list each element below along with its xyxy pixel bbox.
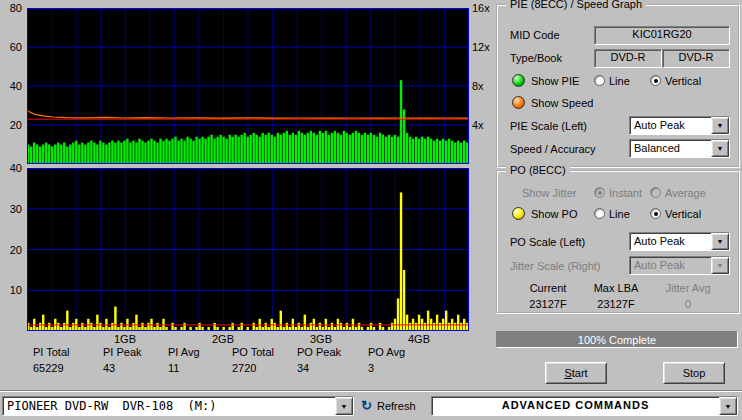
jitter-instant-label: Instant (609, 187, 642, 199)
advanced-commands-selector[interactable]: ADVANCED COMMANDS ▼ (431, 396, 738, 416)
jitter-scale-select: Auto Peak ▼ (629, 256, 730, 275)
stat-value: 11 (168, 362, 226, 374)
pie-group-title: PIE (8ECC) / Speed Graph (506, 0, 646, 10)
po-scale-value: Auto Peak (630, 233, 711, 250)
type-book-value-1: DVD-R (594, 49, 662, 68)
pie-scale-value: Auto Peak (630, 117, 711, 134)
stat-value: 65229 (33, 362, 97, 374)
pie-scale-label: PIE Scale (Left) (510, 120, 587, 132)
po-group-title: PO (8ECC) (506, 164, 570, 176)
po-vertical-radio[interactable] (650, 208, 661, 219)
stat-label: PO Avg (368, 346, 426, 358)
stat-label: PI Total (33, 346, 97, 358)
po-axis-tick: 10 (0, 284, 22, 296)
show-po-label[interactable]: Show PO (531, 208, 577, 220)
max-lba-label: Max LBA (584, 282, 648, 294)
stat-po-avg: PO Avg 3 (368, 346, 426, 374)
chevron-down-icon[interactable]: ▼ (711, 233, 729, 250)
speed-accuracy-select[interactable]: Balanced ▼ (629, 139, 730, 158)
show-jitter-label: Show Jitter (522, 187, 576, 199)
progress-text: 100% Complete (578, 334, 656, 346)
pie-line-label[interactable]: Line (609, 75, 630, 87)
stat-label: PO Total (232, 346, 292, 358)
current-lba: Current 23127F (516, 282, 580, 310)
jitter-instant-radio (594, 187, 605, 198)
po-axis-tick: 40 (0, 162, 22, 174)
stat-pi-avg: PI Avg 11 (168, 346, 226, 374)
pie-axis-tick: 40 (0, 80, 22, 92)
stop-button[interactable]: Stop (663, 362, 725, 384)
stat-label: PI Peak (103, 346, 163, 358)
jitter-avg: Jitter Avg 0 (656, 282, 720, 310)
jitter-scale-value: Auto Peak (630, 257, 711, 274)
refresh-icon[interactable]: ↻ (361, 398, 372, 413)
show-pie-label[interactable]: Show PIE (531, 75, 579, 87)
pie-vertical-label[interactable]: Vertical (665, 75, 701, 87)
po-scale-label: PO Scale (Left) (510, 236, 585, 248)
stat-pi-peak: PI Peak 43 (103, 346, 163, 374)
speed-legend-icon (512, 96, 525, 109)
po-line-radio[interactable] (594, 208, 605, 219)
bottom-separator (0, 390, 742, 392)
jitter-scale-label: Jitter Scale (Right) (510, 260, 600, 272)
x-axis-tick: 4GB (399, 333, 439, 345)
mid-code-label: MID Code (510, 29, 560, 41)
current-label: Current (516, 282, 580, 294)
po-line-label[interactable]: Line (609, 208, 630, 220)
jitter-average-label: Average (665, 187, 706, 199)
stat-value: 3 (368, 362, 426, 374)
po-scale-select[interactable]: Auto Peak ▼ (629, 232, 730, 251)
chevron-down-icon[interactable]: ▼ (711, 140, 729, 157)
chevron-down-icon[interactable]: ▼ (711, 117, 729, 134)
stat-pi-total: PI Total 65229 (33, 346, 97, 374)
po-axis-tick: 30 (0, 203, 22, 215)
pie-speed-graph (27, 8, 469, 164)
speed-accuracy-value: Balanced (630, 140, 711, 157)
mid-code-value: KIC01RG20 (594, 26, 730, 45)
chevron-down-icon[interactable]: ▼ (719, 397, 737, 415)
current-value: 23127F (516, 298, 580, 310)
start-button-label: Start (564, 367, 587, 379)
advanced-commands-value: ADVANCED COMMANDS (432, 397, 719, 415)
po-vertical-label[interactable]: Vertical (665, 208, 701, 220)
pie-vertical-radio[interactable] (650, 75, 661, 86)
stop-button-label: Stop (683, 367, 706, 379)
stat-label: PO Peak (297, 346, 357, 358)
progress-fill: 100% Complete (497, 332, 737, 347)
po-group: PO (8ECC) Show Jitter Instant Average Sh… (496, 170, 740, 314)
po-graph (27, 168, 469, 331)
speed-accuracy-label: Speed / Accuracy (510, 143, 596, 155)
stat-po-total: PO Total 2720 (232, 346, 292, 374)
pie-axis-tick: 20 (0, 119, 22, 131)
jitter-avg-label: Jitter Avg (656, 282, 720, 294)
chevron-down-icon[interactable]: ▼ (335, 397, 353, 415)
chevron-down-icon: ▼ (711, 257, 729, 274)
jitter-avg-value: 0 (656, 298, 720, 310)
refresh-label[interactable]: Refresh (377, 400, 416, 412)
progress-bar: 100% Complete (496, 331, 738, 348)
po-legend-icon (512, 207, 525, 220)
type-book-value-2: DVD-R (662, 49, 730, 68)
x-axis-tick: 1GB (105, 333, 145, 345)
x-axis-tick: 3GB (301, 333, 341, 345)
stat-value: 2720 (232, 362, 292, 374)
drive-selector[interactable]: PIONEER DVD-RW DVR-108 (M:) ▼ (2, 396, 354, 416)
scan-app-window: 80 60 40 20 16x 12x 8x 4x 40 30 20 10 1G… (0, 0, 742, 420)
pie-scale-select[interactable]: Auto Peak ▼ (629, 116, 730, 135)
jitter-average-radio (650, 187, 661, 198)
stat-label: PI Avg (168, 346, 226, 358)
stat-value: 34 (297, 362, 357, 374)
drive-selector-value: PIONEER DVD-RW DVR-108 (M:) (3, 397, 335, 415)
pie-axis-tick: 80 (0, 2, 22, 14)
pie-speed-group: PIE (8ECC) / Speed Graph MID Code KIC01R… (496, 4, 740, 168)
pie-line-radio[interactable] (594, 75, 605, 86)
max-lba: Max LBA 23127F (584, 282, 648, 310)
pie-legend-icon (512, 74, 525, 87)
type-book-label: Type/Book (510, 52, 562, 64)
max-lba-value: 23127F (584, 298, 648, 310)
stat-po-peak: PO Peak 34 (297, 346, 357, 374)
x-axis-tick: 2GB (203, 333, 243, 345)
start-button[interactable]: Start (545, 362, 607, 384)
show-speed-label[interactable]: Show Speed (531, 97, 593, 109)
po-axis-tick: 20 (0, 244, 22, 256)
